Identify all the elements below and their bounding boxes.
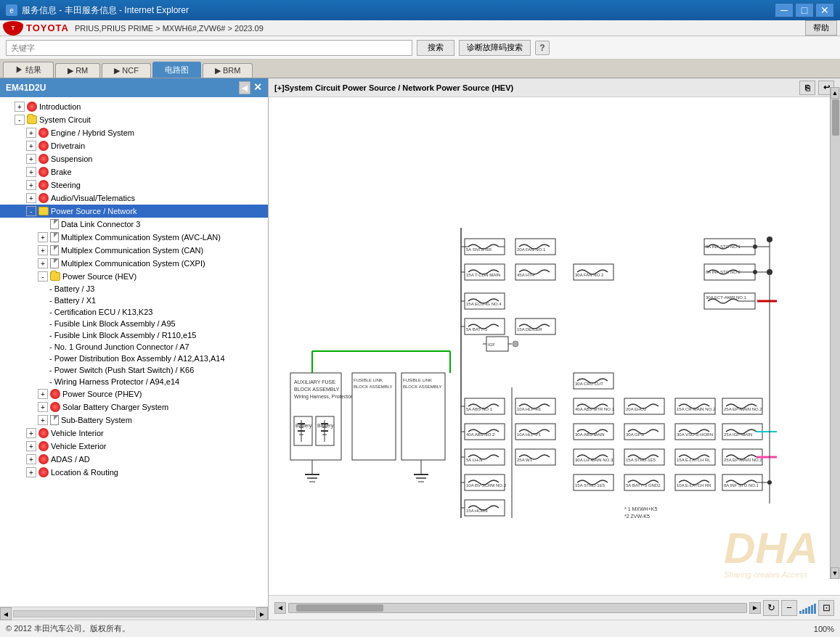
tab-brm[interactable]: ▶ BRM: [203, 63, 253, 78]
tree-item-ground-junction[interactable]: - No. 1 Ground Junction Connector / A7: [0, 341, 268, 353]
tree-item-avclan[interactable]: + Multiplex Communication System (AVC-LA…: [0, 231, 268, 244]
tree-scroll-bar[interactable]: ◄ ►: [0, 607, 268, 620]
tree-item-engine[interactable]: + Engine / Hybrid System: [0, 126, 268, 139]
tree-item-adas[interactable]: + ADAS / AD: [0, 453, 268, 466]
tree-item-sub-battery[interactable]: + Sub-Battery System: [0, 414, 268, 427]
tree-item-wiring-protector[interactable]: - Wiring Harness Protector / A94,e14: [0, 376, 268, 387]
tree-item-power-hev[interactable]: - Power Source (HEV): [0, 270, 268, 283]
svg-point-69: [513, 341, 518, 347]
label-dlc3: Data Link Connector 3: [61, 220, 265, 229]
expand-icon-system-circuit[interactable]: -: [15, 115, 25, 125]
tree-item-cxpi[interactable]: + Multiplex Communication System (CXPI): [0, 257, 268, 270]
tab-ncf[interactable]: ▶ NCF: [102, 63, 151, 78]
panel-nav-left[interactable]: ◄: [239, 81, 250, 94]
tree-item-fusible-a95[interactable]: - Fusible Link Block Assembly / A95: [0, 318, 268, 329]
svg-text:FUSIBLE LINK: FUSIBLE LINK: [403, 378, 432, 382]
tree-item-fusible-r110[interactable]: - Fusible Link Block Assembly / R110,e15: [0, 329, 268, 341]
svg-text:FUSIBLE LINK: FUSIBLE LINK: [354, 378, 383, 382]
tree-item-power-switch[interactable]: - Power Switch (Push Start Switch) / K66: [0, 364, 268, 376]
tree-item-suspension[interactable]: + Suspension: [0, 152, 268, 165]
scroll-diagram-left[interactable]: ◄: [274, 602, 286, 614]
help-button[interactable]: 帮助: [805, 20, 837, 36]
svg-point-57: [753, 270, 757, 274]
tree-item-audio[interactable]: + Audio/Visual/Telematics: [0, 192, 268, 205]
tree-item-vehicle-exterior[interactable]: + Vehicle Exterior: [0, 440, 268, 453]
scroll-down-button[interactable]: ▼: [831, 567, 839, 579]
svg-text:25A EP-MAIN NO.2: 25A EP-MAIN NO.2: [724, 407, 762, 411]
expand-icon-audio[interactable]: +: [26, 193, 36, 203]
diagram-container: AUXILIARY FUSE BLOCK ASSEMBLY Wiring Har…: [269, 97, 840, 595]
title-bar-controls[interactable]: ─ □ ✕: [775, 3, 834, 17]
scroll-right-button[interactable]: ►: [256, 607, 268, 620]
diagram-vscrollbar[interactable]: ▲ ▼: [830, 87, 840, 579]
search-input[interactable]: [6, 40, 412, 56]
svg-text:30A ABS-MAIN: 30A ABS-MAIN: [575, 432, 605, 437]
maximize-button[interactable]: □: [795, 3, 814, 17]
svg-text:15A STRD-1E5: 15A STRD-1E5: [626, 458, 656, 462]
tab-rm[interactable]: ▶ RM: [55, 63, 100, 78]
expand-icon-power-hev[interactable]: -: [38, 271, 48, 281]
refresh-button[interactable]: ↻: [763, 600, 779, 616]
tree-item-battery-j3[interactable]: - Battery / J3: [0, 283, 268, 295]
svg-text:40A ABS NO.2: 40A ABS NO.2: [466, 432, 495, 437]
tree-item-vehicle-interior[interactable]: + Vehicle Interior: [0, 427, 268, 440]
tree-item-brake[interactable]: + Brake: [0, 165, 268, 178]
menu-path: PRIUS,PRIUS PRIME > MXWH6#,ZVW6# > 2023.…: [75, 24, 264, 33]
tree-container[interactable]: + Introduction - System Circuit + Engine…: [0, 97, 268, 607]
expand-icon-introduction[interactable]: +: [15, 102, 25, 112]
signal-bar-3: [805, 608, 807, 614]
tree-item-location[interactable]: + Location & Routing: [0, 466, 268, 479]
close-button[interactable]: ✕: [815, 3, 834, 17]
minimize-button[interactable]: ─: [775, 3, 794, 17]
search-button[interactable]: 搜索: [417, 40, 454, 56]
expand-icon-power-network[interactable]: -: [26, 206, 36, 216]
label-battery-x1: - Battery / X1: [49, 296, 96, 305]
svg-text:BLOCK ASSEMBLY: BLOCK ASSEMBLY: [294, 387, 340, 392]
scroll-diagram-right[interactable]: ►: [749, 602, 761, 614]
scroll-up-button[interactable]: ▲: [831, 87, 839, 99]
tree-item-power-source-network[interactable]: - Power Source / Network: [0, 205, 268, 218]
expand-icon-suspension[interactable]: +: [26, 154, 36, 164]
expand-icon-can[interactable]: +: [38, 245, 48, 255]
horizontal-scroll-track[interactable]: [288, 603, 747, 613]
svg-text:15A T-CON MAIN: 15A T-CON MAIN: [466, 273, 500, 277]
expand-icon-power-phev[interactable]: +: [38, 389, 48, 399]
tree-item-drivetrain[interactable]: + Drivetrain: [0, 139, 268, 152]
expand-icon-solar[interactable]: +: [38, 402, 48, 412]
title-bar: e 服务信息 - 丰田服务信息 - Internet Explorer ─ □ …: [0, 0, 840, 20]
tree-item-battery-x1[interactable]: - Battery / X1: [0, 295, 268, 306]
tree-item-power-phev[interactable]: + Power Source (PHEV): [0, 387, 268, 400]
tree-item-steering[interactable]: + Steering: [0, 178, 268, 192]
expand-icon-adas[interactable]: +: [26, 454, 36, 464]
expand-icon-sub-battery[interactable]: +: [38, 415, 48, 425]
expand-icon-brake[interactable]: +: [26, 167, 36, 177]
svg-text:30A GPS: 30A GPS: [626, 432, 644, 437]
panel-close-button[interactable]: ✕: [253, 81, 262, 94]
svg-text:10A BV-SCRM NO.2: 10A BV-SCRM NO.2: [466, 483, 507, 488]
label-power-switch: - Power Switch (Push Start Switch) / K66: [49, 366, 194, 374]
expand-icon-cxpi[interactable]: +: [38, 258, 48, 268]
expand-icon-steering[interactable]: +: [26, 180, 36, 190]
expand-icon-vehicle-exterior[interactable]: +: [26, 441, 36, 451]
expand-icon-location[interactable]: +: [26, 467, 36, 477]
icon-can: [50, 245, 59, 255]
tree-item-introduction[interactable]: + Introduction: [0, 100, 268, 113]
expand-icon-drivetrain[interactable]: +: [26, 141, 36, 151]
copy-button[interactable]: ⎘: [799, 81, 815, 95]
tree-item-cert-ecu[interactable]: - Certification ECU / K13,K23: [0, 306, 268, 318]
tab-diagram[interactable]: 电路图: [152, 62, 201, 78]
zoom-out-button[interactable]: −: [781, 600, 797, 616]
expand-icon-engine[interactable]: +: [26, 128, 36, 138]
tree-item-dlc3[interactable]: Data Link Connector 3: [0, 218, 268, 231]
tab-result[interactable]: ▶ 结果: [3, 62, 54, 78]
tree-item-can[interactable]: + Multiplex Communication System (CAN): [0, 244, 268, 257]
help-icon[interactable]: ?: [535, 41, 550, 55]
zoom-fit-button[interactable]: ⊡: [818, 600, 834, 616]
scroll-left-button[interactable]: ◄: [0, 607, 12, 620]
tree-item-solar-battery[interactable]: + Solar Battery Charger System: [0, 400, 268, 414]
tree-item-power-dist[interactable]: - Power Distribution Box Assembly / A12,…: [0, 353, 268, 364]
expand-icon-avclan[interactable]: +: [38, 232, 48, 242]
diag-search-button[interactable]: 诊断故障码搜索: [459, 40, 531, 56]
tree-item-system-circuit[interactable]: - System Circuit: [0, 113, 268, 126]
expand-icon-vehicle-interior[interactable]: +: [26, 428, 36, 438]
